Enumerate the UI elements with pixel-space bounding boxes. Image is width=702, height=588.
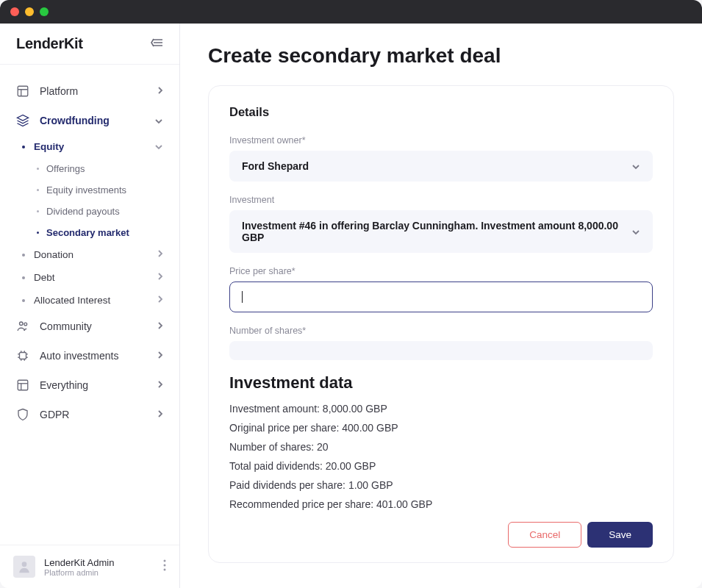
select-value: Investment #46 in offering Barclay Cunni… <box>242 220 631 243</box>
chevron-down-icon <box>154 115 163 126</box>
data-investment-amount: Investment amount: 8,000.00 GBP <box>229 403 653 415</box>
field-investment: Investment Investment #46 in offering Ba… <box>229 195 653 253</box>
sidebar-leaf-offerings[interactable]: Offerings <box>0 158 179 179</box>
svg-rect-17 <box>18 380 28 390</box>
window-close-icon[interactable] <box>10 7 19 16</box>
sidebar-item-gdpr[interactable]: GDPR <box>0 400 179 429</box>
user-info: LenderKit Admin Platform admin <box>44 557 154 577</box>
sidebar-item-everything[interactable]: Everything <box>0 370 179 400</box>
chevron-right-icon <box>157 249 163 260</box>
save-button[interactable]: Save <box>587 522 653 548</box>
field-number-of-shares: Number of shares* <box>229 326 653 360</box>
svg-point-7 <box>24 323 27 326</box>
chevron-down-icon <box>154 141 163 152</box>
field-label: Investment <box>229 195 653 205</box>
bullet-icon <box>22 299 25 302</box>
sidebar-item-label: GDPR <box>40 409 147 420</box>
field-label: Number of shares* <box>229 326 653 336</box>
logo-row: LenderKit <box>0 24 179 65</box>
data-original-price: Original price per share: 400.00 GBP <box>229 422 653 434</box>
titlebar <box>0 0 702 24</box>
cancel-button[interactable]: Cancel <box>508 522 581 548</box>
svg-rect-8 <box>20 353 26 359</box>
app-window: LenderKit Platform Crowdfu <box>0 0 702 588</box>
text-cursor <box>242 291 243 303</box>
chevron-right-icon <box>157 409 163 420</box>
user-menu-icon[interactable] <box>163 559 166 574</box>
brand-logo: LenderKit <box>16 35 83 52</box>
data-dividends-per-share: Paid dividends per share: 1.00 GBP <box>229 479 653 491</box>
sidebar-sub-donation[interactable]: Donation <box>0 243 179 266</box>
sidebar-nav: Platform Crowdfunding Equity <box>0 65 179 545</box>
svg-point-20 <box>22 562 27 567</box>
sidebar-sub-label: Debt <box>34 272 55 283</box>
sidebar-leaf-label: Equity investments <box>46 184 126 196</box>
field-price-per-share: Price per share* <box>229 266 653 312</box>
form-actions: Cancel Save <box>229 522 653 548</box>
sidebar-leaf-label: Dividend payouts <box>46 206 120 217</box>
sidebar-item-label: Crowdfunding <box>40 115 144 126</box>
svg-point-23 <box>164 569 166 571</box>
window-zoom-icon[interactable] <box>40 7 49 16</box>
sidebar-leaf-equity-investments[interactable]: Equity investments <box>0 179 179 201</box>
page-title: Create secondary market deal <box>208 44 674 68</box>
bullet-icon <box>37 189 39 191</box>
bullet-icon <box>37 232 39 234</box>
sidebar-leaf-label: Secondary market <box>46 227 129 238</box>
sidebar-leaf-label: Offerings <box>46 163 85 174</box>
chevron-down-icon <box>631 226 640 237</box>
data-total-dividends: Total paid dividends: 20.00 GBP <box>229 460 653 472</box>
chevron-right-icon <box>157 272 163 283</box>
bullet-icon <box>22 146 25 148</box>
details-card: Details Investment owner* Ford Shepard I… <box>208 85 674 563</box>
sidebar-sub-debt[interactable]: Debt <box>0 266 179 289</box>
user-footer: LenderKit Admin Platform admin <box>0 545 179 588</box>
bullet-icon <box>37 210 39 212</box>
investment-owner-select[interactable]: Ford Shepard <box>229 151 653 182</box>
chevron-right-icon <box>157 379 163 391</box>
bullet-icon <box>37 168 39 170</box>
sidebar-leaf-secondary-market[interactable]: Secondary market <box>0 222 179 243</box>
sidebar-collapse-icon[interactable] <box>150 37 163 51</box>
sidebar-sub-equity[interactable]: Equity <box>0 135 179 158</box>
svg-rect-3 <box>18 86 28 96</box>
chevron-right-icon <box>157 350 163 362</box>
user-role: Platform admin <box>44 568 154 577</box>
main-content: Create secondary market deal Details Inv… <box>180 24 702 588</box>
data-recommended-price: Recommended price per share: 401.00 GBP <box>229 498 653 510</box>
investment-select[interactable]: Investment #46 in offering Barclay Cunni… <box>229 210 653 253</box>
sidebar-sub-label: Donation <box>34 249 74 260</box>
bullet-icon <box>22 254 25 257</box>
sidebar-sub-label: Equity <box>34 141 64 152</box>
field-investment-owner: Investment owner* Ford Shepard <box>229 135 653 182</box>
sidebar-item-auto-investments[interactable]: Auto investments <box>0 341 179 370</box>
sidebar: LenderKit Platform Crowdfu <box>0 24 180 588</box>
sidebar-item-community[interactable]: Community <box>0 312 179 341</box>
field-label: Investment owner* <box>229 135 653 146</box>
chevron-right-icon <box>157 85 163 97</box>
field-label: Price per share* <box>229 266 653 276</box>
details-heading: Details <box>229 105 653 119</box>
bullet-icon <box>22 276 25 279</box>
avatar <box>13 556 35 578</box>
window-minimize-icon[interactable] <box>25 7 34 16</box>
sidebar-item-platform[interactable]: Platform <box>0 76 179 106</box>
sidebar-item-label: Everything <box>40 379 147 391</box>
data-number-of-shares: Number of shares: 20 <box>229 441 653 453</box>
sidebar-sub-label: Allocated Interest <box>34 295 110 306</box>
svg-point-21 <box>164 560 166 562</box>
number-of-shares-input[interactable] <box>229 341 653 360</box>
sidebar-leaf-dividend-payouts[interactable]: Dividend payouts <box>0 201 179 222</box>
sidebar-item-label: Auto investments <box>40 350 147 362</box>
sidebar-sub-allocated-interest[interactable]: Allocated Interest <box>0 289 179 312</box>
investment-data-heading: Investment data <box>229 373 653 392</box>
sidebar-item-crowdfunding[interactable]: Crowdfunding <box>0 106 179 135</box>
app-body: LenderKit Platform Crowdfu <box>0 24 702 588</box>
sidebar-item-label: Platform <box>40 85 147 97</box>
svg-point-22 <box>164 564 166 567</box>
svg-point-6 <box>20 322 24 326</box>
price-per-share-input[interactable] <box>229 282 653 312</box>
chevron-right-icon <box>157 295 163 306</box>
chevron-down-icon <box>631 160 640 172</box>
user-name: LenderKit Admin <box>44 557 154 568</box>
